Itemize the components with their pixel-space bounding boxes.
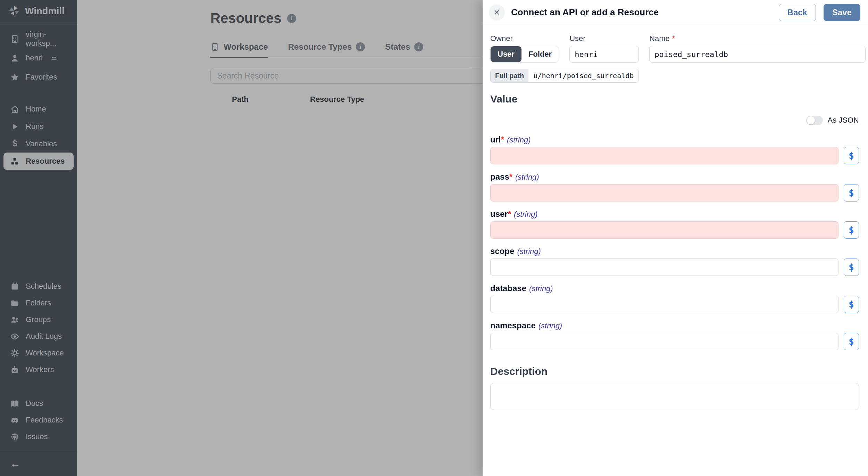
- field-type: (string): [529, 284, 553, 293]
- owner-option-folder[interactable]: Folder: [521, 46, 559, 62]
- name-label: Name *: [649, 34, 866, 43]
- field-label: scope(string): [490, 246, 859, 256]
- insert-variable-button[interactable]: $: [844, 221, 859, 239]
- full-path-badge: Full path: [491, 69, 528, 82]
- field-type: (string): [515, 173, 539, 182]
- field-label: database(string): [490, 284, 859, 293]
- field-name: scope: [490, 246, 514, 256]
- description-heading: Description: [490, 366, 859, 377]
- field-label: pass*(string): [490, 172, 859, 182]
- user-group: User: [569, 34, 639, 63]
- field-name: url*: [490, 135, 504, 145]
- insert-variable-button[interactable]: $: [844, 184, 859, 202]
- toggle-knob: [807, 116, 815, 124]
- back-button[interactable]: Back: [779, 4, 816, 21]
- full-path-value: u/henri/poised_surrealdb: [528, 69, 639, 82]
- drawer-header: × Connect an API or add a Resource Back …: [483, 0, 868, 25]
- required-asterisk: *: [509, 172, 512, 181]
- field-label: url*(string): [490, 135, 859, 145]
- field-name: database: [490, 284, 526, 293]
- description-textarea[interactable]: [490, 383, 859, 410]
- required-asterisk: *: [501, 135, 504, 144]
- user-input[interactable]: [490, 221, 838, 239]
- owner-group: Owner UserFolder: [490, 34, 559, 63]
- field-type: (string): [507, 136, 531, 145]
- close-icon[interactable]: ×: [489, 5, 505, 20]
- field-label: namespace(string): [490, 321, 859, 330]
- full-path: Full path u/henri/poised_surrealdb: [490, 69, 639, 83]
- save-button[interactable]: Save: [824, 4, 860, 21]
- database-input[interactable]: [490, 296, 838, 313]
- field-scope: scope(string)$: [490, 246, 859, 276]
- field-namespace: namespace(string)$: [490, 321, 859, 350]
- resource-name-input[interactable]: [649, 46, 866, 63]
- url-input[interactable]: [490, 147, 838, 164]
- owner-toggle: UserFolder: [490, 46, 559, 63]
- as-json-label: As JSON: [828, 116, 859, 125]
- insert-variable-button[interactable]: $: [844, 296, 859, 313]
- drawer-body: Owner UserFolder User Name * Full path u…: [483, 25, 868, 411]
- as-json-toggle[interactable]: [806, 116, 823, 125]
- scope-input[interactable]: [490, 258, 838, 276]
- insert-variable-button[interactable]: $: [844, 333, 859, 350]
- owner-option-user[interactable]: User: [491, 46, 521, 62]
- owner-user-input[interactable]: [569, 46, 639, 63]
- value-section-heading: Value: [490, 93, 859, 105]
- field-name: pass*: [490, 172, 512, 182]
- field-type: (string): [517, 247, 541, 256]
- field-name: namespace: [490, 321, 536, 330]
- as-json-row: As JSON: [490, 113, 859, 127]
- field-pass: pass*(string)$: [490, 172, 859, 202]
- drawer-title: Connect an API or add a Resource: [511, 7, 773, 18]
- field-type: (string): [539, 321, 562, 330]
- user-label: User: [569, 34, 639, 43]
- field-database: database(string)$: [490, 284, 859, 313]
- required-asterisk: *: [508, 209, 511, 219]
- owner-label: Owner: [490, 34, 559, 43]
- name-group: Name *: [649, 34, 866, 63]
- insert-variable-button[interactable]: $: [844, 258, 859, 276]
- field-user: user*(string)$: [490, 209, 859, 239]
- resource-fields: url*(string)$pass*(string)$user*(string)…: [490, 135, 859, 350]
- field-name: user*: [490, 209, 511, 219]
- pass-input[interactable]: [490, 184, 838, 202]
- required-asterisk: *: [672, 34, 675, 43]
- field-label: user*(string): [490, 209, 859, 219]
- add-resource-drawer: × Connect an API or add a Resource Back …: [483, 0, 868, 476]
- field-url: url*(string)$: [490, 135, 859, 164]
- insert-variable-button[interactable]: $: [844, 147, 859, 164]
- namespace-input[interactable]: [490, 333, 838, 350]
- field-type: (string): [514, 210, 537, 219]
